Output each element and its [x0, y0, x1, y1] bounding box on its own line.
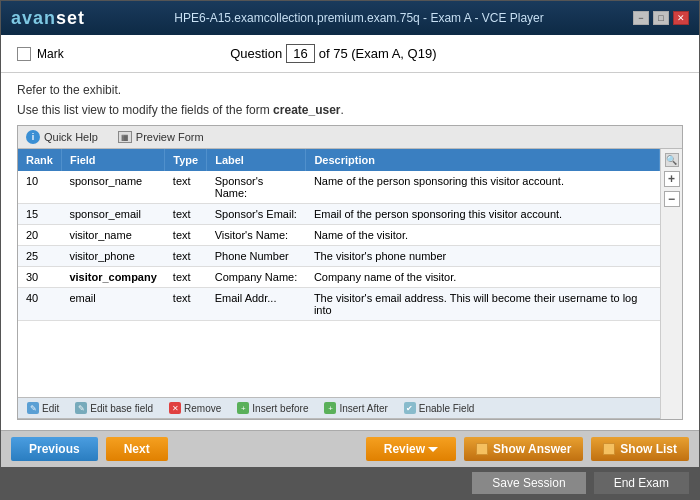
close-button[interactable]: ✕	[673, 11, 689, 25]
info-icon: i	[26, 130, 40, 144]
refer-text: Refer to the exhibit.	[17, 83, 683, 97]
cell-type: text	[165, 246, 207, 267]
col-rank: Rank	[18, 149, 61, 171]
insert-after-icon: +	[324, 402, 336, 414]
question-number: 16	[286, 44, 314, 63]
maximize-button[interactable]: □	[653, 11, 669, 25]
end-exam-button[interactable]: End Exam	[594, 472, 689, 494]
show-answer-label: Show Answer	[493, 442, 571, 456]
instruction-text: Use this list view to modify the fields …	[17, 103, 683, 117]
bottom-nav: Previous Next Review Show Answer Show Li…	[1, 430, 699, 467]
show-answer-button[interactable]: Show Answer	[464, 437, 583, 461]
remove-button[interactable]: ✕ Remove	[166, 401, 224, 415]
preview-icon: ▦	[118, 131, 132, 143]
cell-label: Sponsor's Name:	[207, 171, 306, 204]
review-arrow-icon	[428, 447, 438, 452]
mark-checkbox[interactable]	[17, 47, 31, 61]
review-label: Review	[384, 442, 425, 456]
cell-field: email	[61, 288, 164, 321]
cell-description: The visitor's phone number	[306, 246, 660, 267]
cell-type: text	[165, 204, 207, 225]
review-button[interactable]: Review	[366, 437, 456, 461]
insert-after-button[interactable]: + Insert After	[321, 401, 390, 415]
footer: Save Session End Exam	[1, 467, 699, 499]
mark-area: Mark	[17, 47, 64, 61]
zoom-in-button[interactable]: +	[664, 171, 680, 187]
table-row[interactable]: 20 visitor_name text Visitor's Name: Nam…	[18, 225, 660, 246]
cell-field: sponsor_name	[61, 171, 164, 204]
window-title: HPE6-A15.examcollection.premium.exam.75q…	[95, 11, 623, 25]
question-total: of 75 (Exam A, Q19)	[319, 46, 437, 61]
content-area: Refer to the exhibit. Use this list view…	[1, 73, 699, 430]
show-list-icon	[603, 443, 615, 455]
cell-rank: 25	[18, 246, 61, 267]
table-scroll[interactable]: Rank Field Type Label Description 10 spo…	[18, 149, 660, 397]
table-header-row: Rank Field Type Label Description	[18, 149, 660, 171]
app-logo: avanset	[11, 8, 85, 29]
search-icon[interactable]: 🔍	[665, 153, 679, 167]
cell-label: Visitor's Name:	[207, 225, 306, 246]
quick-help-button[interactable]: i Quick Help	[26, 130, 98, 144]
edit-base-icon: ✎	[75, 402, 87, 414]
show-answer-icon	[476, 443, 488, 455]
cell-field: visitor_name	[61, 225, 164, 246]
cell-type: text	[165, 171, 207, 204]
remove-label: Remove	[184, 403, 221, 414]
cell-field: visitor_phone	[61, 246, 164, 267]
col-description: Description	[306, 149, 660, 171]
preview-form-label: Preview Form	[136, 131, 204, 143]
question-label: Question	[230, 46, 282, 61]
edit-label: Edit	[42, 403, 59, 414]
cell-description: Email of the person sponsoring this visi…	[306, 204, 660, 225]
insert-before-button[interactable]: + Insert before	[234, 401, 311, 415]
side-panel: 🔍 + −	[660, 149, 682, 419]
cell-rank: 20	[18, 225, 61, 246]
quick-help-label: Quick Help	[44, 131, 98, 143]
save-session-button[interactable]: Save Session	[472, 472, 585, 494]
instruction-end: .	[341, 103, 344, 117]
insert-before-icon: +	[237, 402, 249, 414]
cell-description: Company name of the visitor.	[306, 267, 660, 288]
mark-label: Mark	[37, 47, 64, 61]
table-row[interactable]: 40 email text Email Addr... The visitor'…	[18, 288, 660, 321]
previous-button[interactable]: Previous	[11, 437, 98, 461]
question-info: Question 16 of 75 (Exam A, Q19)	[230, 44, 436, 63]
cell-description: Name of the person sponsoring this visit…	[306, 171, 660, 204]
cell-label: Sponsor's Email:	[207, 204, 306, 225]
vce-toolbar: i Quick Help ▦ Preview Form	[18, 126, 682, 149]
cell-type: text	[165, 288, 207, 321]
edit-button[interactable]: ✎ Edit	[24, 401, 62, 415]
table-row[interactable]: 15 sponsor_email text Sponsor's Email: E…	[18, 204, 660, 225]
zoom-out-button[interactable]: −	[664, 191, 680, 207]
enable-icon: ✔	[404, 402, 416, 414]
cell-field: sponsor_email	[61, 204, 164, 225]
cell-description: The visitor's email address. This will b…	[306, 288, 660, 321]
title-bar-left: avanset	[11, 8, 85, 29]
cell-description: Name of the visitor.	[306, 225, 660, 246]
cell-label: Company Name:	[207, 267, 306, 288]
cell-rank: 15	[18, 204, 61, 225]
enable-label: Enable Field	[419, 403, 475, 414]
cell-label: Email Addr...	[207, 288, 306, 321]
question-bar: Mark Question 16 of 75 (Exam A, Q19)	[1, 35, 699, 73]
cell-rank: 40	[18, 288, 61, 321]
minimize-button[interactable]: −	[633, 11, 649, 25]
table-row[interactable]: 25 visitor_phone text Phone Number The v…	[18, 246, 660, 267]
table-row[interactable]: 30 visitor_company text Company Name: Co…	[18, 267, 660, 288]
edit-icon: ✎	[27, 402, 39, 414]
instruction-prefix: Use this list view to modify the fields …	[17, 103, 270, 117]
enable-field-button[interactable]: ✔ Enable Field	[401, 401, 478, 415]
insert-before-label: Insert before	[252, 403, 308, 414]
show-list-label: Show List	[620, 442, 677, 456]
next-button[interactable]: Next	[106, 437, 168, 461]
edit-base-field-button[interactable]: ✎ Edit base field	[72, 401, 156, 415]
show-list-button[interactable]: Show List	[591, 437, 689, 461]
cell-type: text	[165, 267, 207, 288]
edit-toolbar: ✎ Edit ✎ Edit base field ✕ Remove + Inse…	[18, 397, 660, 419]
col-type: Type	[165, 149, 207, 171]
preview-form-button[interactable]: ▦ Preview Form	[118, 131, 204, 143]
window-controls: − □ ✕	[633, 11, 689, 25]
cell-field: visitor_company	[61, 267, 164, 288]
insert-after-label: Insert After	[339, 403, 387, 414]
table-row[interactable]: 10 sponsor_name text Sponsor's Name: Nam…	[18, 171, 660, 204]
